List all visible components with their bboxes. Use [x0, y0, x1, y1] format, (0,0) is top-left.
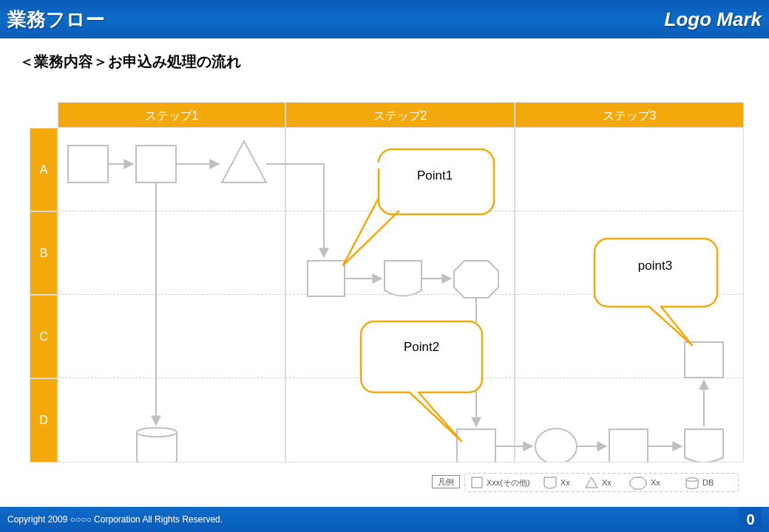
row-d: D [30, 378, 58, 463]
legend-item-4: DB [702, 478, 714, 487]
col-step3: ステップ3 [515, 102, 744, 128]
cell-a2 [285, 128, 515, 211]
subtitle: ＜業務内容＞お申込み処理の流れ [0, 38, 769, 79]
col-step2: ステップ2 [285, 102, 515, 128]
logo-mark: Logo Mark [665, 8, 762, 31]
cell-c2 [285, 295, 515, 378]
cell-b2 [285, 211, 515, 295]
page-number: 0 [739, 507, 762, 532]
row-b: B [30, 211, 58, 295]
row-a: A [30, 128, 58, 211]
legend-label: 凡例 [432, 475, 460, 488]
legend-item-1: Xx [560, 478, 570, 487]
cell-d2 [285, 378, 515, 463]
cell-b1 [58, 211, 285, 295]
svg-rect-20 [472, 477, 482, 488]
legend-item-3: Xx [651, 478, 660, 487]
cell-d1 [58, 378, 285, 463]
cell-c1 [58, 295, 285, 378]
cell-d3 [515, 378, 744, 463]
row-c: C [30, 295, 58, 378]
col-step1: ステップ1 [58, 102, 285, 128]
page-title: 業務フロー [7, 7, 105, 33]
cell-a3 [515, 128, 744, 211]
flow-grid: ステップ1 ステップ2 ステップ3 A B C D [30, 102, 744, 463]
header: 業務フロー Logo Mark [0, 0, 769, 38]
legend-item-0: Xxx(その他) [487, 478, 530, 487]
cell-c3 [515, 295, 744, 378]
copyright: Copyright 2009 ○○○○ Corporation All Righ… [7, 514, 223, 525]
svg-marker-22 [630, 477, 646, 489]
legend-item-2: Xx [602, 478, 612, 487]
cell-a1 [58, 128, 285, 211]
cell-b3 [515, 211, 744, 295]
legend: 凡例 Xxx(その他) Xx Xx Xx DB [432, 473, 739, 492]
footer: Copyright 2009 ○○○○ Corporation All Righ… [0, 507, 769, 532]
